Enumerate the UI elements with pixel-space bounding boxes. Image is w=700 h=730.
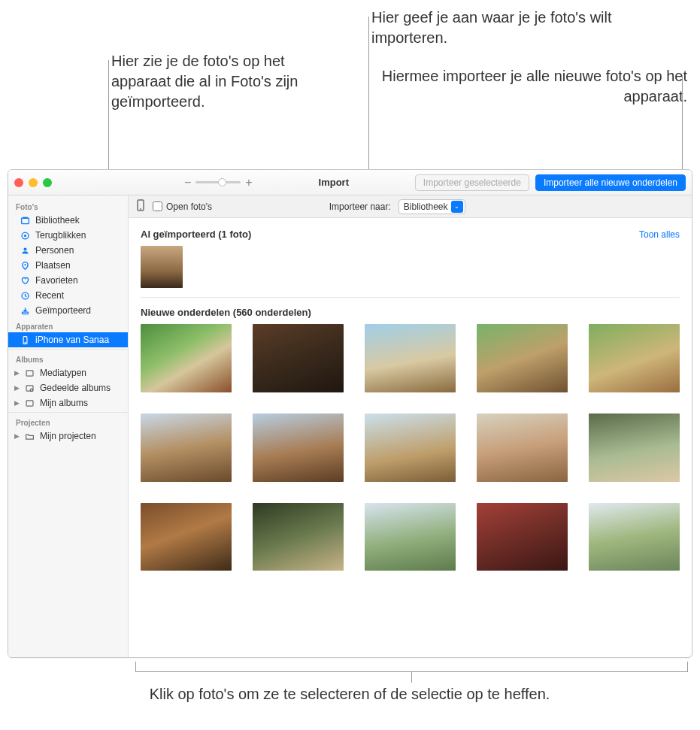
titlebar: − + Import Importeer geselecteerde Impor… [8, 170, 692, 195]
sidebar-section-devices: Apparaten [8, 318, 128, 332]
already-imported-title: Al geïmporteerd (1 foto) [141, 229, 251, 240]
sidebar-item-label: Favorieten [35, 275, 78, 286]
sidebar-item-recent[interactable]: Recent [8, 288, 128, 303]
photo-thumbnail[interactable] [477, 324, 568, 392]
open-photos-checkbox-wrapper[interactable]: Open foto's [153, 201, 212, 212]
callout-import-all-new: Hiermee importeer je alle nieuwe foto's … [371, 66, 687, 107]
sidebar-section-albums: Albums [8, 351, 128, 365]
sidebar-item-label: Geïmporteerd [35, 305, 91, 316]
callout-line [411, 672, 412, 683]
sidebar-item-label: Mediatypen [40, 368, 86, 378]
photo-thumbnail[interactable] [365, 503, 456, 571]
open-photos-checkbox[interactable] [153, 201, 162, 211]
sidebar-item-label: Gedeelde albums [40, 383, 111, 393]
svg-point-12 [30, 389, 33, 392]
svg-rect-1 [23, 217, 28, 218]
import-destination-select[interactable]: Bibliotheek ⌄ [398, 199, 465, 214]
sidebar-item-label: Mijn albums [40, 398, 88, 408]
shared-album-icon [25, 383, 35, 393]
already-imported-thumbnail[interactable] [141, 246, 183, 288]
svg-point-15 [140, 208, 141, 210]
photo-thumbnail[interactable] [589, 503, 680, 571]
callout-click-to-select: Klik op foto's om ze te selecteren of de… [75, 684, 624, 704]
sidebar-item-iphone-van-sanaa[interactable]: iPhone van Sanaa [8, 332, 128, 347]
callout-import-destination: Hier geef je aan waar je je foto's wilt … [371, 8, 620, 48]
imported-icon [20, 306, 31, 316]
photo-thumbnail[interactable] [253, 503, 344, 571]
sidebar-item-label: Recent [35, 290, 64, 301]
sidebar-item-mediatypen[interactable]: ▶ Mediatypen [8, 365, 128, 380]
chevron-right-icon[interactable]: ▶ [13, 384, 20, 392]
zoom-slider-track[interactable] [195, 181, 241, 183]
photo-thumbnail[interactable] [477, 503, 568, 571]
svg-rect-7 [22, 312, 28, 314]
zoom-slider-thumb[interactable] [218, 178, 226, 186]
sidebar-divider [8, 349, 128, 350]
sidebar-item-favorieten[interactable]: Favorieten [8, 273, 128, 288]
heart-icon [20, 276, 31, 286]
clock-icon [20, 291, 31, 301]
svg-rect-10 [26, 370, 33, 375]
show-all-link[interactable]: Toon alles [639, 229, 680, 240]
sidebar-divider [8, 412, 128, 413]
minimize-window-button[interactable] [29, 178, 38, 187]
callout-bracket [135, 662, 688, 672]
page-title: Import [319, 177, 349, 188]
photo-thumbnail[interactable] [253, 413, 344, 482]
sidebar-item-terugblikken[interactable]: Terugblikken [8, 228, 128, 243]
memories-icon [20, 231, 31, 241]
new-items-title: Nieuwe onderdelen (560 onderdelen) [141, 307, 311, 318]
import-destination-value: Bibliotheek [404, 201, 448, 212]
chevron-up-down-icon: ⌄ [451, 201, 463, 213]
photo-thumbnail[interactable] [589, 324, 680, 392]
svg-point-3 [24, 234, 26, 236]
sidebar-item-label: Plaatsen [35, 260, 71, 271]
already-imported-section-header: Al geïmporteerd (1 foto) Toon alles [141, 229, 680, 240]
options-bar: Open foto's Importeer naar: Bibliotheek … [129, 195, 692, 218]
phone-icon [20, 335, 31, 345]
svg-point-4 [23, 247, 26, 250]
main-content: Open foto's Importeer naar: Bibliotheek … [129, 195, 692, 657]
section-divider [141, 297, 680, 298]
library-icon [20, 216, 31, 226]
sidebar-item-label: Terugblikken [35, 230, 86, 241]
sidebar-section-projects: Projecten [8, 414, 128, 429]
sidebar-section-photos: Foto's [8, 198, 128, 213]
zoom-in-icon: + [245, 176, 252, 189]
zoom-window-button[interactable] [43, 178, 52, 187]
sidebar-item-personen[interactable]: Personen [8, 243, 128, 258]
chevron-right-icon[interactable]: ▶ [13, 399, 20, 407]
svg-point-5 [24, 263, 26, 265]
places-icon [20, 261, 31, 271]
close-window-button[interactable] [14, 178, 23, 187]
photo-thumbnail[interactable] [477, 413, 568, 482]
sidebar-item-bibliotheek[interactable]: Bibliotheek [8, 213, 128, 228]
chevron-right-icon[interactable]: ▶ [13, 432, 20, 440]
chevron-right-icon[interactable]: ▶ [13, 369, 20, 377]
photo-thumbnail[interactable] [141, 413, 232, 482]
sidebar-item-plaatsen[interactable]: Plaatsen [8, 258, 128, 273]
svg-rect-11 [26, 385, 33, 390]
sidebar: Foto's Bibliotheek Terugblikken Personen… [8, 195, 129, 657]
sidebar-item-label: Mijn projecten [40, 431, 96, 441]
open-photos-label: Open foto's [166, 201, 212, 212]
svg-rect-13 [26, 400, 33, 405]
import-selected-button[interactable]: Importeer geselecteerde [415, 174, 529, 191]
sidebar-item-label: Bibliotheek [35, 215, 80, 226]
photo-thumbnail[interactable] [141, 324, 232, 392]
photo-thumbnail[interactable] [365, 324, 456, 392]
new-items-grid [141, 324, 680, 571]
import-all-new-button[interactable]: Importeer alle nieuwe onderdelen [535, 174, 686, 191]
photo-thumbnail[interactable] [141, 503, 232, 571]
callout-line [682, 75, 683, 174]
sidebar-item-geimporteerd[interactable]: Geïmporteerd [8, 303, 128, 318]
photo-thumbnail[interactable] [365, 413, 456, 482]
sidebar-item-mijn-projecten[interactable]: ▶ Mijn projecten [8, 429, 128, 444]
thumbnail-zoom-slider[interactable]: − + [184, 176, 253, 189]
sidebar-item-label: iPhone van Sanaa [35, 335, 109, 345]
import-content-area: Al geïmporteerd (1 foto) Toon alles Nieu… [129, 218, 692, 657]
sidebar-item-mijn-albums[interactable]: ▶ Mijn albums [8, 395, 128, 410]
photo-thumbnail[interactable] [253, 324, 344, 392]
sidebar-item-gedeelde-albums[interactable]: ▶ Gedeelde albums [8, 380, 128, 395]
photo-thumbnail[interactable] [589, 413, 680, 482]
